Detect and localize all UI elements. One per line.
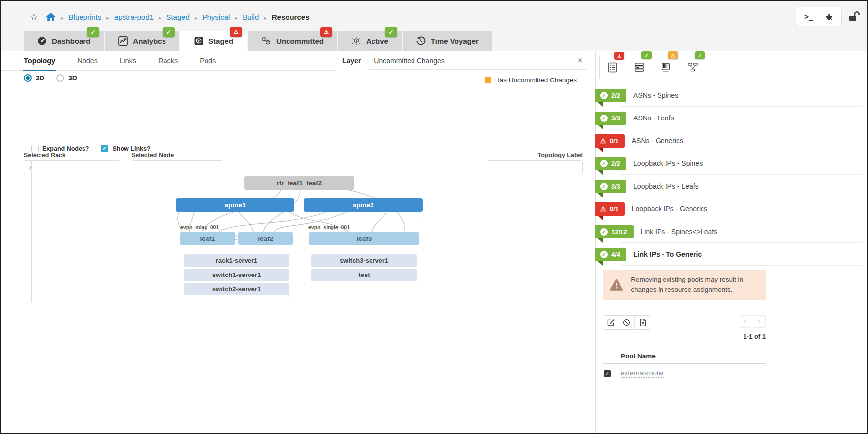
breadcrumb-separator-icon xyxy=(159,13,162,21)
main-content: Topology Nodes Links Racks Pods Layer 2D xyxy=(1,51,867,434)
node-spine1[interactable]: spine1 xyxy=(176,198,294,212)
pool-action-buttons xyxy=(603,315,651,330)
radio-2d-control[interactable] xyxy=(24,74,32,82)
tab-analytics[interactable]: Analytics xyxy=(105,31,179,51)
active-cube-icon xyxy=(351,36,361,46)
staged-subnav: Topology Nodes Links Racks Pods xyxy=(1,51,335,71)
subtab-racks[interactable]: Racks xyxy=(158,51,178,71)
node-spine2[interactable]: spine2 xyxy=(304,198,423,212)
check-circle-icon xyxy=(600,115,608,122)
expand-nodes-checkbox[interactable]: Expand Nodes? xyxy=(31,145,89,152)
subtab-topology[interactable]: Topology xyxy=(24,51,55,71)
debug-bug-icon[interactable] xyxy=(825,12,833,21)
node-switch1-server1[interactable]: switch1-server1 xyxy=(184,269,289,281)
breadcrumb-blueprint-name[interactable]: apstra-pod1 xyxy=(114,13,154,21)
subtab-nodes[interactable]: Nodes xyxy=(77,51,98,71)
node-test[interactable]: test xyxy=(311,269,417,281)
warning-triangle-icon xyxy=(600,205,606,213)
check-circle-icon xyxy=(600,251,608,258)
favorite-star-icon[interactable]: ☆ xyxy=(30,11,38,23)
row-checkbox[interactable] xyxy=(604,370,611,377)
expand-nodes-checkbox-control[interactable] xyxy=(31,145,39,152)
radio-3d[interactable]: 3D xyxy=(56,74,77,82)
rack-group-label: evpn_single_001 xyxy=(308,224,350,230)
analytics-chart-icon xyxy=(118,36,128,46)
node-rack1-server1[interactable]: rack1-server1 xyxy=(184,254,289,267)
check-circle-icon xyxy=(600,92,608,99)
resource-row-asns-spines[interactable]: 2/2 ASNs - Spines xyxy=(596,84,867,107)
terminal-icon[interactable]: >_ xyxy=(804,12,813,21)
previous-page-button[interactable] xyxy=(739,315,751,328)
rack-group-label: evpn_mlag_001 xyxy=(180,224,219,230)
node-leaf3[interactable]: leaf3 xyxy=(309,232,419,245)
panel-tab-topology-status[interactable] xyxy=(679,55,705,79)
status-ribbon: 12/12 xyxy=(595,225,634,238)
tab-staged[interactable]: Staged xyxy=(180,31,247,51)
resource-row-asns-leafs[interactable]: 3/3 ASNs - Leafs xyxy=(596,107,867,129)
pool-link-external-router[interactable]: external-router xyxy=(621,369,664,378)
resource-row-loopback-leafs[interactable]: 3/3 Loopback IPs - Leafs xyxy=(596,175,867,197)
warning-text: Removing existing pools may result in ch… xyxy=(631,275,759,295)
devices-icon xyxy=(661,62,671,72)
tab-active[interactable]: Active xyxy=(338,31,402,51)
breadcrumb-separator-icon xyxy=(264,13,267,21)
view-pool-details-button[interactable] xyxy=(635,316,651,329)
pool-warning-banner: Removing existing pools may result in ch… xyxy=(603,270,766,300)
breadcrumb-physical[interactable]: Physical xyxy=(202,13,230,21)
breadcrumb-current: Resources xyxy=(272,13,310,21)
selected-node-label: Selected Node xyxy=(131,152,174,158)
tab-uncommitted[interactable]: Uncommitted xyxy=(248,31,337,51)
gauge-icon xyxy=(37,36,47,46)
breadcrumb-blueprints[interactable]: Blueprints xyxy=(69,13,102,21)
resource-row-loopback-spines[interactable]: 2/2 Loopback IPs - Spines xyxy=(596,152,867,175)
status-ribbon: 0/1 xyxy=(595,134,625,148)
resource-status-list: 2/2 ASNs - Spines 3/3 ASNs - Leafs 0/1 A… xyxy=(596,84,867,266)
unassign-pool-button[interactable] xyxy=(619,316,635,329)
panel-tab-racks[interactable] xyxy=(626,55,652,79)
show-links-checkbox[interactable]: Show Links? xyxy=(101,145,150,152)
selected-rack-label: Selected Rack xyxy=(24,152,66,158)
unlock-icon[interactable] xyxy=(848,11,860,22)
breadcrumb-build[interactable]: Build xyxy=(243,13,259,21)
node-leaf2[interactable]: leaf2 xyxy=(238,232,293,245)
ban-icon xyxy=(623,319,630,326)
subtab-links[interactable]: Links xyxy=(120,51,136,71)
top-header: ☆ Blueprints apstra-pod1 Staged Physical… xyxy=(1,1,867,51)
apstra-app-window: ☆ Blueprints apstra-pod1 Staged Physical… xyxy=(0,0,868,434)
layer-input[interactable] xyxy=(368,52,587,70)
radio-2d[interactable]: 2D xyxy=(24,74,44,82)
topology-toggles: Expand Nodes? Show Links? xyxy=(31,145,151,152)
document-icon xyxy=(640,318,646,327)
uncommitted-changes-legend: Has Uncommitted Changes xyxy=(485,77,577,84)
panel-tab-build-checklist[interactable] xyxy=(599,55,625,79)
node-external-router[interactable]: rtr_leaf1_leaf2 xyxy=(244,176,354,190)
edit-pool-button[interactable] xyxy=(603,316,619,329)
topology-label-label: Topology Label xyxy=(538,152,583,158)
panel-tab-badge xyxy=(641,51,652,59)
resource-row-loopback-generics[interactable]: 0/1 Loopback IPs - Generics xyxy=(596,197,867,220)
home-icon[interactable] xyxy=(46,13,56,22)
radio-3d-control[interactable] xyxy=(56,74,64,82)
breadcrumb-staged[interactable]: Staged xyxy=(166,13,190,21)
subtab-pods[interactable]: Pods xyxy=(200,51,216,71)
legend-color-swatch xyxy=(485,77,491,83)
status-ribbon: 2/2 xyxy=(595,157,626,170)
node-switch2-server1[interactable]: switch2-server1 xyxy=(184,283,289,295)
tab-dashboard[interactable]: Dashboard xyxy=(24,31,104,51)
resource-row-asns-generics[interactable]: 0/1 ASNs - Generics xyxy=(596,129,867,152)
view-mode-toggle: 2D 3D xyxy=(24,74,77,82)
panel-tab-devices[interactable] xyxy=(653,55,679,79)
tab-status-badge xyxy=(87,27,99,37)
table-row: external-router xyxy=(603,364,766,383)
clear-layer-icon[interactable] xyxy=(577,57,582,64)
status-ribbon: 3/3 xyxy=(595,112,626,125)
warning-triangle-icon xyxy=(610,275,623,295)
resource-row-link-ips-to-generic[interactable]: 4/4 Link IPs - To Generic xyxy=(596,243,867,266)
breadcrumb-separator-icon xyxy=(235,13,238,21)
node-leaf1[interactable]: leaf1 xyxy=(180,232,235,245)
tab-time-voyager[interactable]: Time Voyager xyxy=(403,31,492,51)
resource-row-link-ips-spines-leafs[interactable]: 12/12 Link IPs - Spines<>Leafs xyxy=(596,220,867,243)
node-switch3-server1[interactable]: switch3-server1 xyxy=(311,254,417,267)
show-links-checkbox-control[interactable] xyxy=(101,145,108,152)
next-page-button[interactable] xyxy=(753,315,766,328)
